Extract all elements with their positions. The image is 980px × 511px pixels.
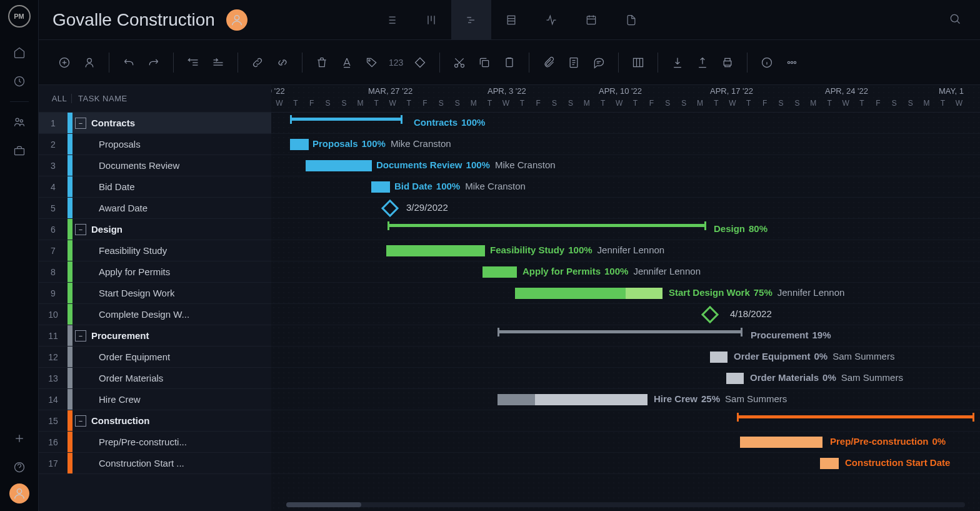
import-icon[interactable] <box>667 52 688 73</box>
task-bar[interactable] <box>306 160 372 171</box>
redo-icon[interactable] <box>143 52 164 73</box>
list-view-icon[interactable] <box>371 0 411 40</box>
expand-icon[interactable]: − <box>75 330 86 342</box>
attachment-icon[interactable] <box>538 52 559 73</box>
text-style-icon[interactable] <box>336 52 358 73</box>
left-rail: PM <box>0 0 39 511</box>
task-bar[interactable] <box>386 245 485 256</box>
add-icon[interactable] <box>7 426 32 451</box>
notes-icon[interactable] <box>563 52 584 73</box>
task-row[interactable]: 2Proposals <box>39 134 271 155</box>
comment-icon[interactable] <box>588 52 609 73</box>
copy-icon[interactable] <box>474 52 495 73</box>
link-icon[interactable] <box>247 52 268 73</box>
toolbar-number[interactable]: 123 <box>386 58 406 68</box>
row-number: 7 <box>39 246 68 256</box>
task-bar[interactable] <box>820 458 839 469</box>
date-label: R, 20 '22 <box>271 86 285 96</box>
day-label: F <box>417 99 433 113</box>
indent-icon[interactable] <box>208 52 229 73</box>
recent-icon[interactable] <box>7 69 32 94</box>
task-bar[interactable] <box>726 373 744 384</box>
day-label: M <box>579 99 595 113</box>
expand-icon[interactable]: − <box>75 415 86 427</box>
task-row[interactable]: 1−Contracts <box>39 113 271 134</box>
task-row[interactable]: 11−Procurement <box>39 325 271 347</box>
tag-icon[interactable] <box>361 52 382 73</box>
task-row[interactable]: 10Complete Design W... <box>39 304 271 325</box>
app-logo[interactable]: PM <box>8 5 31 28</box>
color-bar <box>68 155 72 176</box>
unlink-icon[interactable] <box>272 52 293 73</box>
task-bar[interactable] <box>482 266 517 278</box>
calendar-view-icon[interactable] <box>571 0 611 40</box>
task-row[interactable]: 7Feasibility Study <box>39 240 271 261</box>
svg-rect-16 <box>506 58 512 66</box>
expand-icon[interactable]: − <box>75 118 86 129</box>
undo-icon[interactable] <box>118 52 139 73</box>
task-bar[interactable] <box>371 181 390 193</box>
team-icon[interactable] <box>7 109 32 134</box>
info-icon[interactable] <box>756 52 778 73</box>
export-icon[interactable] <box>692 52 713 73</box>
board-view-icon[interactable] <box>411 0 451 40</box>
bar-label: Feasibility Study100%Jennifer Lennon <box>490 245 664 255</box>
group-bar[interactable] <box>498 330 742 333</box>
paste-icon[interactable] <box>499 52 520 73</box>
activity-view-icon[interactable] <box>531 0 571 40</box>
task-bar[interactable] <box>740 437 822 448</box>
group-bar[interactable] <box>290 118 402 121</box>
help-icon[interactable] <box>7 455 32 480</box>
task-row[interactable]: 8Apply for Permits <box>39 261 271 283</box>
briefcase-icon[interactable] <box>7 138 32 163</box>
task-row[interactable]: 15−Construction <box>39 410 271 432</box>
print-icon[interactable] <box>717 52 738 73</box>
sheet-view-icon[interactable] <box>491 0 531 40</box>
cut-icon[interactable] <box>449 52 470 73</box>
day-label: M <box>805 99 821 113</box>
project-title: Govalle Construction <box>52 10 215 30</box>
gantt-row: Procurement19% <box>271 325 980 347</box>
group-bar[interactable] <box>737 415 974 418</box>
columns-icon[interactable] <box>628 52 649 73</box>
assign-icon[interactable] <box>79 52 100 73</box>
task-row[interactable]: 3Documents Review <box>39 155 271 176</box>
task-row[interactable]: 14Hire Crew <box>39 389 271 410</box>
add-task-icon[interactable] <box>54 52 75 73</box>
horizontal-scrollbar[interactable] <box>286 502 965 507</box>
task-row[interactable]: 6−Design <box>39 219 271 240</box>
task-row[interactable]: 9Start Design Work <box>39 283 271 304</box>
task-bar[interactable] <box>710 352 728 363</box>
col-all[interactable]: ALL <box>39 94 71 103</box>
milestone-icon[interactable] <box>381 200 399 217</box>
delete-icon[interactable] <box>311 52 332 73</box>
search-icon[interactable] <box>944 8 966 33</box>
outdent-icon[interactable] <box>182 52 204 73</box>
task-row[interactable]: 16Prep/Pre-constructi... <box>39 432 271 453</box>
task-row[interactable]: 5Award Date <box>39 198 271 219</box>
bar-label: Order Materials0%Sam Summers <box>750 372 903 383</box>
task-bar[interactable] <box>290 139 309 150</box>
task-row[interactable]: 13Order Materials <box>39 368 271 389</box>
group-bar[interactable] <box>388 224 706 227</box>
milestone-icon[interactable] <box>409 52 431 73</box>
user-avatar-rail[interactable] <box>9 483 29 503</box>
task-row[interactable]: 17Construction Start ... <box>39 453 271 474</box>
file-view-icon[interactable] <box>611 0 651 40</box>
user-avatar[interactable] <box>226 9 248 31</box>
gantt-row: Order Equipment0%Sam Summers <box>271 347 980 368</box>
day-label: T <box>401 99 417 113</box>
day-label: F <box>530 99 546 113</box>
gantt-chart[interactable]: R, 20 '22MAR, 27 '22APR, 3 '22APR, 10 '2… <box>271 85 980 511</box>
task-bar[interactable] <box>515 288 662 299</box>
home-icon[interactable] <box>7 40 32 65</box>
expand-icon[interactable]: − <box>75 224 86 235</box>
milestone-icon[interactable] <box>701 306 719 323</box>
task-row[interactable]: 12Order Equipment <box>39 347 271 368</box>
gantt-view-icon[interactable] <box>451 0 491 40</box>
task-row[interactable]: 4Bid Date <box>39 176 271 198</box>
task-bar[interactable] <box>498 394 648 405</box>
col-name[interactable]: TASK NAME <box>71 94 128 103</box>
row-number: 4 <box>39 182 68 192</box>
more-icon[interactable] <box>781 52 802 73</box>
